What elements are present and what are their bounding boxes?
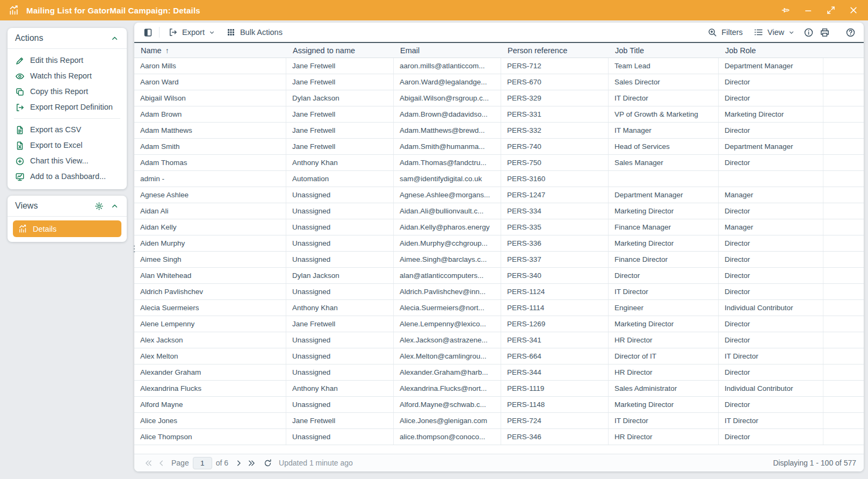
table-cell[interactable]: Director (719, 74, 823, 90)
collapse-chevron-up-icon[interactable] (110, 202, 119, 211)
table-row[interactable]: Aaron WardJane FretwellAaron.Ward@legala… (134, 74, 864, 90)
table-cell[interactable] (719, 171, 823, 187)
table-row[interactable]: Aidan AliUnassignedAidan.Ali@bullionvaul… (134, 203, 864, 219)
table-cell[interactable]: Aiden Murphy (134, 235, 286, 251)
table-cell[interactable]: PERS-670 (501, 74, 609, 90)
collapse-sidebar-button[interactable] (140, 24, 156, 40)
table-cell[interactable]: PERS-740 (501, 139, 609, 154)
table-cell[interactable] (609, 171, 719, 187)
view-button[interactable]: View (748, 24, 800, 40)
previous-page-button[interactable] (155, 456, 168, 469)
table-row[interactable]: Aidan KellyUnassignedAidan.Kelly@pharos.… (134, 219, 864, 235)
table-cell[interactable]: Adam Brown (134, 106, 286, 122)
refresh-button[interactable] (261, 456, 274, 469)
table-cell[interactable]: Director (719, 316, 823, 332)
table-cell[interactable]: Director (719, 268, 823, 283)
last-page-button[interactable] (245, 456, 258, 469)
table-cell[interactable]: IT Director (609, 90, 719, 106)
table-row[interactable]: Adam ThomasAnthony KhanAdam.Thomas@fandc… (134, 155, 864, 171)
table-cell[interactable]: Marketing Director (609, 203, 719, 219)
table-cell[interactable]: Adam Matthews (134, 123, 286, 138)
table-cell[interactable]: alice.thompson@conoco... (394, 429, 501, 445)
table-cell[interactable]: Director (719, 397, 823, 412)
table-cell[interactable]: Sales Manager (609, 155, 719, 170)
table-cell[interactable]: Unassigned (286, 203, 394, 219)
table-cell[interactable]: Alecia Suermeiers (134, 300, 286, 316)
table-cell[interactable]: Department Manager (609, 187, 719, 203)
table-cell[interactable]: Alene.Lempenny@lexico... (394, 316, 501, 332)
action-item-export-as-csv[interactable]: Export as CSV (13, 122, 121, 138)
help-button[interactable] (842, 24, 858, 40)
table-cell[interactable]: Marketing Director (609, 235, 719, 251)
table-cell[interactable]: Aimee Singh (134, 252, 286, 267)
table-cell[interactable]: Sales Director (609, 74, 719, 90)
table-cell[interactable]: PERS-332 (501, 123, 609, 138)
minimize-button[interactable] (804, 5, 813, 15)
action-item-export-report-definition[interactable]: Export Report Definition (13, 99, 121, 115)
table-cell[interactable]: IT Director (609, 413, 719, 428)
table-cell[interactable]: VP of Growth & Marketing (609, 106, 719, 122)
action-item-export-to-excel[interactable]: Export to Excel (13, 138, 121, 153)
table-row[interactable]: Abigail WilsonDylan JacksonAbigail.Wilso… (134, 90, 864, 106)
table-cell[interactable]: Sales Administrator (609, 381, 719, 396)
table-cell[interactable]: PERS-337 (501, 252, 609, 267)
table-cell[interactable]: Anthony Khan (286, 300, 394, 316)
table-cell[interactable]: Individual Contributor (719, 300, 823, 316)
table-cell[interactable]: HR Director (609, 364, 719, 380)
table-cell[interactable]: Aaron Mills (134, 58, 286, 74)
table-row[interactable]: Aldrich PavlishchevUnassignedAldrich.Pav… (134, 284, 864, 300)
table-cell[interactable]: Individual Contributor (719, 381, 823, 396)
table-cell[interactable]: Adam.Matthews@brewd... (394, 123, 501, 138)
table-row[interactable]: Aiden MurphyUnassignedAiden.Murphy@cchgr… (134, 235, 864, 252)
table-cell[interactable]: PERS-724 (501, 413, 609, 428)
table-cell[interactable]: Alex Melton (134, 348, 286, 364)
table-cell[interactable]: Alice Thompson (134, 429, 286, 445)
table-cell[interactable]: Aaron Ward (134, 74, 286, 90)
pin-button[interactable] (781, 5, 791, 15)
table-cell[interactable]: IT Director (719, 348, 823, 364)
column-header-job-title[interactable]: Job Title (609, 43, 719, 58)
table-cell[interactable]: Adam Thomas (134, 155, 286, 170)
table-cell[interactable]: Director (719, 429, 823, 445)
table-cell[interactable]: PERS-346 (501, 429, 609, 445)
table-cell[interactable]: Adam.Smith@humanma... (394, 139, 501, 154)
table-cell[interactable]: Abigail.Wilson@rsgroup.c... (394, 90, 501, 106)
table-cell[interactable]: PERS-750 (501, 155, 609, 170)
table-cell[interactable]: PERS-341 (501, 332, 609, 348)
table-cell[interactable]: IT Director (719, 413, 823, 428)
table-cell[interactable]: Alex Jackson (134, 332, 286, 348)
table-cell[interactable]: PERS-335 (501, 219, 609, 235)
table-cell[interactable]: PERS-712 (501, 58, 609, 74)
table-cell[interactable]: Alford Mayne (134, 397, 286, 412)
table-cell[interactable]: Alice.Jones@glenigan.com (394, 413, 501, 428)
table-cell[interactable]: Alex.Melton@camlingrou... (394, 348, 501, 364)
table-cell[interactable]: Jane Fretwell (286, 58, 394, 74)
table-cell[interactable]: Unassigned (286, 284, 394, 299)
table-cell[interactable]: PERS-340 (501, 268, 609, 283)
table-cell[interactable]: PERS-334 (501, 203, 609, 219)
table-cell[interactable]: Director (719, 252, 823, 267)
table-cell[interactable]: Dylan Jackson (286, 268, 394, 283)
table-cell[interactable]: Alecia.Suermeiers@nort... (394, 300, 501, 316)
table-cell[interactable]: Head of Services (609, 139, 719, 154)
table-row[interactable]: Alex JacksonUnassignedAlex.Jackson@astra… (134, 332, 864, 348)
table-cell[interactable]: PERS-329 (501, 90, 609, 106)
column-header-assigned-to-name[interactable]: Assigned to name (286, 43, 394, 58)
table-cell[interactable]: alan@atlanticcomputers... (394, 268, 501, 283)
bulk-actions-button[interactable]: Bulk Actions (221, 24, 288, 40)
table-cell[interactable]: Alexander Graham (134, 364, 286, 380)
table-cell[interactable]: Alexandrina Flucks (134, 381, 286, 396)
table-cell[interactable]: Adam.Thomas@fandctru... (394, 155, 501, 170)
table-cell[interactable]: Director (719, 235, 823, 251)
table-cell[interactable]: Director (719, 284, 823, 299)
table-cell[interactable]: Alford.Mayne@schwab.c... (394, 397, 501, 412)
table-row[interactable]: Alexander GrahamUnassignedAlexander.Grah… (134, 364, 864, 381)
table-cell[interactable]: Unassigned (286, 348, 394, 364)
table-cell[interactable]: Team Lead (609, 58, 719, 74)
table-cell[interactable]: Aidan Ali (134, 203, 286, 219)
table-cell[interactable]: Finance Manager (609, 219, 719, 235)
table-cell[interactable]: Manager (719, 219, 823, 235)
table-cell[interactable]: Unassigned (286, 252, 394, 267)
action-item-copy-this-report[interactable]: Copy this Report (13, 84, 121, 99)
table-row[interactable]: Adam MatthewsJane FretwellAdam.Matthews@… (134, 123, 864, 139)
